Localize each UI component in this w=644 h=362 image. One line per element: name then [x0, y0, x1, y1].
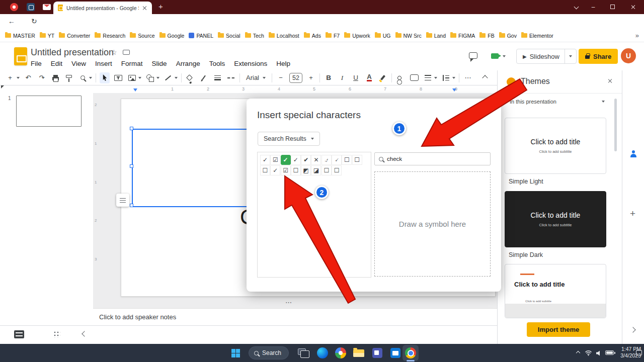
menu-slide[interactable]: Slide [148, 58, 171, 69]
ruler-indent-marker[interactable] [452, 88, 456, 92]
border-color-icon[interactable] [199, 72, 209, 83]
window-close-button[interactable] [631, 5, 636, 10]
bookmarks-overflow-icon[interactable]: » [635, 32, 639, 39]
menu-tools[interactable]: Tools [206, 58, 229, 69]
bookmark-item[interactable]: Tech [245, 33, 264, 39]
menu-edit[interactable]: Edit [47, 58, 66, 69]
underline-icon[interactable]: U [351, 72, 361, 83]
bookmark-item[interactable]: FB [479, 33, 494, 39]
add-addon-icon[interactable]: + [630, 208, 635, 219]
themes-close-icon[interactable] [608, 78, 613, 83]
pinned-tab-favicon-1[interactable] [10, 3, 18, 11]
search-input[interactable] [387, 156, 477, 162]
paint-format-icon[interactable] [64, 72, 74, 83]
text-box-icon[interactable] [113, 72, 123, 83]
more-options-icon[interactable]: ⋯ [463, 72, 473, 83]
slides-logo[interactable] [14, 47, 27, 65]
window-maximize-button[interactable] [610, 5, 615, 9]
add-comment-icon[interactable] [409, 72, 419, 83]
border-weight-icon[interactable] [212, 72, 222, 83]
meet-caret-icon[interactable] [503, 55, 506, 57]
bookmark-item[interactable]: Localhost [269, 33, 299, 39]
char-cell[interactable]: ◪ [311, 165, 321, 175]
border-dash-icon[interactable] [226, 72, 236, 83]
menu-extensions[interactable]: Extensions [230, 58, 271, 69]
slideshow-button[interactable]: ▶ Slideshow [516, 49, 577, 64]
hide-side-panel-icon[interactable] [630, 327, 635, 332]
align-caret-icon[interactable] [434, 77, 437, 79]
zoom-caret-icon[interactable] [89, 77, 92, 79]
star-document-icon[interactable]: ☆ [111, 48, 117, 56]
highlight-color-icon[interactable] [378, 72, 388, 83]
char-cell[interactable]: ✓ [260, 155, 270, 165]
char-cell[interactable]: ✔ [301, 155, 311, 165]
bookmark-item[interactable]: PANEL [189, 33, 213, 39]
image-caret-icon[interactable] [138, 77, 141, 79]
theme-card-accent[interactable]: Click to add title Click to add subtitle [505, 264, 606, 318]
selection-handle[interactable] [130, 204, 133, 207]
edge-icon[interactable] [317, 347, 328, 358]
section-caret-icon[interactable] [602, 101, 605, 103]
window-minimize-button[interactable]: – [590, 4, 597, 11]
new-slide-button[interactable]: + [5, 72, 15, 83]
fill-color-icon[interactable] [185, 72, 195, 83]
store-icon[interactable] [390, 348, 400, 358]
move-to-folder-icon[interactable] [123, 50, 130, 55]
menu-format[interactable]: Format [118, 58, 146, 69]
chrome-taskbar-button[interactable] [403, 345, 419, 361]
char-cell[interactable]: ☑ [270, 155, 280, 165]
selection-handle[interactable] [130, 164, 133, 168]
undo-icon[interactable]: ↶ [23, 72, 33, 83]
italic-icon[interactable]: I [337, 72, 347, 83]
char-cell[interactable]: ☐ [352, 155, 362, 165]
slide-thumbnail[interactable] [16, 96, 82, 127]
bookmark-item[interactable]: NW Src [395, 33, 422, 39]
photos-icon[interactable] [335, 347, 346, 358]
category-dropdown[interactable]: Search Results [258, 132, 320, 146]
import-theme-button[interactable]: Import theme [527, 322, 590, 337]
menu-arrange[interactable]: Arrange [173, 58, 204, 69]
back-icon[interactable]: ← [8, 17, 15, 25]
panel-scrollbar[interactable] [614, 99, 617, 151]
insert-shape-icon[interactable] [145, 72, 155, 83]
bookmark-item[interactable]: F7 [326, 33, 340, 39]
shape-caret-icon[interactable] [156, 77, 159, 79]
bookmark-item[interactable]: Ads [304, 33, 321, 39]
character-search-box[interactable] [374, 152, 491, 165]
tab-search-icon[interactable] [574, 5, 579, 10]
notes-resize-handle[interactable]: ⋯ [285, 299, 292, 306]
teams-icon[interactable] [372, 348, 382, 358]
draw-symbol-area[interactable]: Draw a symbol here [374, 171, 491, 277]
char-cell[interactable]: ☐ [260, 165, 270, 175]
slideshow-caret-button[interactable] [565, 55, 576, 57]
bookmark-item[interactable]: Upwork [344, 33, 370, 39]
bookmark-item[interactable]: Research [95, 33, 125, 39]
theme-card-simple-dark[interactable]: Click to add title Click to add subtitle [505, 191, 606, 247]
dialog-close-icon[interactable] [488, 106, 494, 112]
char-cell[interactable]: ◩ [301, 165, 311, 175]
taskbar-search[interactable]: Search [249, 346, 289, 359]
reload-icon[interactable]: ↻ [31, 17, 37, 25]
document-title[interactable]: Untitled presentation [31, 47, 114, 58]
bookmark-item[interactable]: Converter [59, 33, 90, 39]
insert-image-icon[interactable] [127, 72, 137, 83]
start-button-icon[interactable] [231, 349, 235, 353]
comment-history-icon[interactable] [469, 52, 477, 59]
bookmark-item[interactable]: FIGMA [450, 33, 475, 39]
battery-icon[interactable] [605, 350, 614, 355]
insert-link-icon[interactable] [395, 72, 406, 83]
bookmark-item[interactable]: YT [40, 33, 54, 39]
volume-icon[interactable] [596, 350, 602, 356]
font-size-input[interactable]: 52 [289, 73, 302, 83]
gmail-pinned-tab-icon[interactable] [43, 4, 51, 10]
char-cell[interactable]: ⍻ [321, 155, 332, 165]
select-tool-icon[interactable] [100, 72, 110, 83]
share-button[interactable]: Share [579, 49, 618, 64]
char-cell[interactable]: ☐ [321, 165, 332, 175]
drag-handle-button[interactable] [116, 194, 129, 207]
collapse-filmstrip-icon[interactable] [82, 331, 87, 336]
tray-expand-icon[interactable] [576, 351, 580, 355]
browser-tab-active[interactable]: Untitled presentation - Google S [53, 2, 152, 14]
selection-handle[interactable] [130, 127, 133, 130]
file-explorer-icon[interactable] [353, 349, 364, 357]
